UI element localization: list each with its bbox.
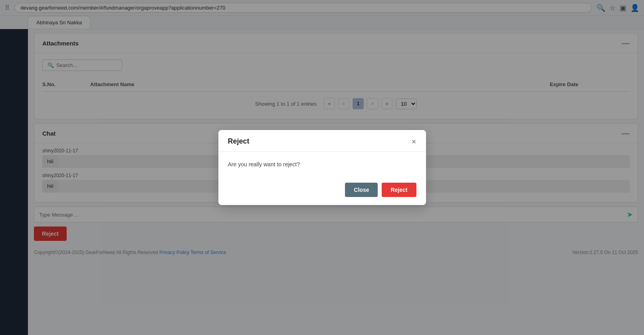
modal-close-action-button[interactable]: Close: [345, 183, 378, 197]
modal-title: Reject: [228, 137, 250, 146]
modal-footer: Close Reject: [218, 177, 426, 205]
modal-body: Are you really want to reject?: [218, 152, 426, 177]
modal-reject-button[interactable]: Reject: [382, 183, 416, 197]
modal-header: Reject ×: [218, 130, 426, 152]
modal-close-button[interactable]: ×: [412, 138, 416, 146]
modal-overlay: Reject × Are you really want to reject? …: [0, 0, 644, 335]
reject-modal: Reject × Are you really want to reject? …: [218, 130, 426, 205]
modal-body-text: Are you really want to reject?: [228, 161, 300, 168]
